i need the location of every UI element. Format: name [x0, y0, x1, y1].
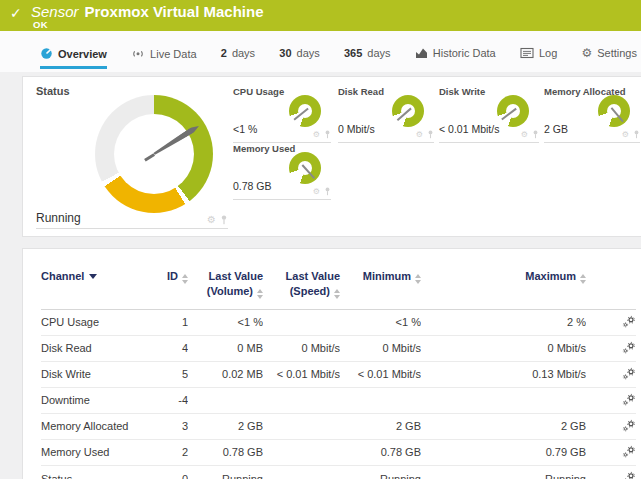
column-header-last-value-speed[interactable]: Last Value(Speed) [263, 263, 340, 309]
channel-settings-icon[interactable] [622, 341, 636, 354]
channel-settings-icon[interactable] [622, 471, 636, 479]
cell-last-value-speed [263, 413, 340, 439]
gauge-label: Memory Used [233, 143, 295, 154]
channel-settings-icon[interactable] [622, 315, 636, 328]
gauge-icon [40, 47, 53, 60]
gauge-dial [289, 152, 321, 184]
cell-id: 0 [158, 465, 188, 479]
cell-last-value-speed [263, 465, 340, 479]
sensor-kind-label: Sensor [31, 3, 79, 20]
tab-historic-data[interactable]: Historic Data [415, 47, 496, 65]
channel-settings-icon[interactable] [622, 393, 636, 406]
gear-icon: ⚙ [581, 47, 592, 59]
live-icon [131, 47, 145, 60]
gear-icon[interactable]: ⚙ [521, 131, 528, 139]
gauge-cpu-usage[interactable]: CPU Usage <1 % ⚙ [233, 86, 331, 143]
tab-label: Live Data [150, 48, 196, 60]
cell-minimum [340, 387, 421, 413]
tab-label: Settings [597, 47, 637, 59]
gauge-disk-write[interactable]: Disk Write < 0.01 Mbit/s ⚙ [439, 86, 539, 143]
gauge-needle [591, 88, 636, 133]
tab-live-data[interactable]: Live Data [131, 47, 196, 66]
pin-icon[interactable] [324, 130, 331, 139]
cell-last-value-speed: 0 Mbit/s [263, 335, 340, 361]
cell-maximum: 0.79 GB [421, 439, 586, 465]
column-header-channel[interactable]: Channel [41, 263, 158, 309]
gauge-value: 0.78 GB [233, 180, 272, 192]
tab-label: Log [539, 47, 557, 59]
gear-icon[interactable]: ⚙ [416, 131, 423, 139]
cell-minimum: < 0.01 Mbit/s [340, 361, 421, 387]
gear-icon[interactable]: ⚙ [313, 188, 320, 196]
tab-number: 2 [221, 47, 227, 59]
tab-label: days [232, 47, 255, 59]
channel-settings-icon[interactable] [622, 367, 636, 380]
channel-settings-icon[interactable] [622, 419, 636, 432]
gauge-disk-read[interactable]: Disk Read 0 Mbit/s ⚙ [338, 86, 434, 143]
cell-last-value-volume: 2 GB [188, 413, 263, 439]
column-header-last-value-volume[interactable]: Last Value(Volume) [188, 263, 263, 309]
pin-icon[interactable] [633, 130, 640, 139]
gear-icon[interactable]: ⚙ [207, 215, 216, 225]
tab-number: 365 [344, 47, 362, 59]
table-row: Memory Used 2 0.78 GB 0.78 GB 0.79 GB [41, 439, 636, 465]
sensor-status-badge: OK [33, 19, 48, 30]
chevron-down-icon [89, 274, 97, 279]
column-header-maximum[interactable]: Maximum [421, 263, 586, 309]
pin-icon[interactable] [324, 187, 331, 196]
prtg-sensor-page: ✓ SensorProxmox Virtual Machine OK Overv… [0, 0, 641, 479]
cell-minimum: 2 GB [340, 413, 421, 439]
cell-maximum: 0 Mbit/s [421, 335, 586, 361]
cell-id: 1 [158, 309, 188, 335]
sensor-ok-check-icon: ✓ [10, 5, 22, 21]
tab-365-days[interactable]: 365 days [344, 47, 391, 65]
cell-last-value-volume: 0 MB [188, 335, 263, 361]
gauge-dial [392, 95, 424, 127]
status-gauge-title: Status [36, 85, 70, 97]
cell-channel: Status [41, 465, 158, 479]
gauge-dial [598, 95, 630, 127]
cell-id: 4 [158, 335, 188, 361]
gauge-dial [497, 95, 529, 127]
tab-label: Overview [58, 48, 107, 60]
chart-icon [415, 47, 428, 59]
tab-settings[interactable]: ⚙ Settings [581, 47, 637, 65]
status-gauge[interactable] [95, 95, 213, 213]
pin-icon[interactable] [220, 215, 228, 225]
gauge-memory-allocated[interactable]: Memory Allocated 2 GB ⚙ [544, 86, 640, 143]
pin-icon[interactable] [532, 130, 539, 139]
cell-channel: Memory Used [41, 439, 158, 465]
cell-last-value-volume [188, 387, 263, 413]
gauge-label: Disk Read [338, 86, 384, 97]
log-icon [520, 47, 534, 59]
table-row: Disk Read 4 0 MB 0 Mbit/s 0 Mbit/s 0 Mbi… [41, 335, 636, 361]
column-header-id[interactable]: ID [158, 263, 188, 309]
sensor-header: ✓ SensorProxmox Virtual Machine OK [0, 0, 641, 31]
cell-maximum: 2 % [421, 309, 586, 335]
cell-maximum: 0.13 Mbit/s [421, 361, 586, 387]
tab-overview[interactable]: Overview [40, 47, 107, 69]
pin-icon[interactable] [427, 130, 434, 139]
channel-settings-icon[interactable] [622, 445, 636, 458]
gear-icon[interactable]: ⚙ [622, 131, 629, 139]
gauge-needle [282, 88, 327, 133]
cell-id: 5 [158, 361, 188, 387]
table-row: Memory Allocated 3 2 GB 2 GB 2 GB [41, 413, 636, 439]
table-row: Status 0 Running Running Running [41, 465, 636, 479]
gear-icon[interactable]: ⚙ [313, 131, 320, 139]
tab-2-days[interactable]: 2 days [221, 47, 255, 65]
status-gauge-value: Running [36, 211, 81, 225]
gauge-value: 0 Mbit/s [338, 123, 375, 135]
gauge-value: < 0.01 Mbit/s [439, 123, 499, 135]
tab-30-days[interactable]: 30 days [279, 47, 320, 65]
gauge-needle [385, 88, 430, 133]
page-title: Proxmox Virtual Machine [85, 3, 264, 20]
tab-log[interactable]: Log [520, 47, 557, 65]
cell-channel: Disk Read [41, 335, 158, 361]
column-header-minimum[interactable]: Minimum [340, 263, 421, 309]
channel-table: Channel ID Last Value(Volume) Last Value… [41, 263, 636, 479]
sort-icon [182, 274, 188, 284]
cell-channel: CPU Usage [41, 309, 158, 335]
gauge-memory-used[interactable]: Memory Used 0.78 GB ⚙ [233, 143, 331, 200]
table-row: Downtime -4 [41, 387, 636, 413]
